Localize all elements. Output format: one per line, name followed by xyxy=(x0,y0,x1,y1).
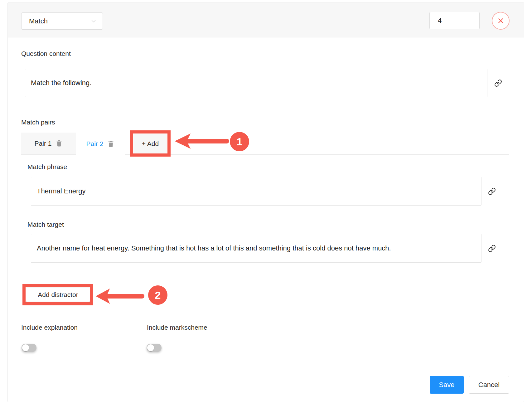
match-phrase-input[interactable]: Thermal Energy xyxy=(31,177,481,206)
cancel-button[interactable]: Cancel xyxy=(469,376,509,394)
include-explanation-label: Include explanation xyxy=(21,324,78,331)
match-phrase-value: Thermal Energy xyxy=(37,187,86,195)
close-icon xyxy=(496,17,505,25)
save-button[interactable]: Save xyxy=(430,376,464,394)
link-icon[interactable] xyxy=(488,244,496,252)
annotation-arrow-1 xyxy=(174,133,229,151)
include-explanation-toggle[interactable] xyxy=(22,344,36,352)
toggle-knob xyxy=(22,344,29,351)
include-markscheme-toggle[interactable] xyxy=(147,344,162,352)
question-content-input[interactable]: Match the following. xyxy=(25,69,487,97)
annotation-number-1: 1 xyxy=(230,132,249,151)
question-content-value: Match the following. xyxy=(31,79,91,87)
tab-pair-1[interactable]: Pair 1 xyxy=(21,133,76,154)
save-label: Save xyxy=(439,381,454,389)
trash-icon[interactable] xyxy=(108,140,114,148)
cancel-label: Cancel xyxy=(478,381,500,389)
link-icon[interactable] xyxy=(494,79,502,87)
marks-input[interactable]: 4 xyxy=(429,12,480,29)
match-phrase-label: Match phrase xyxy=(27,163,67,171)
question-content-label: Question content xyxy=(21,50,71,57)
close-question-button[interactable] xyxy=(492,12,510,30)
annotation-number-2: 2 xyxy=(148,285,167,305)
match-target-label: Match target xyxy=(27,221,64,228)
link-icon[interactable] xyxy=(488,187,496,195)
tab-pair-1-label: Pair 1 xyxy=(35,140,52,147)
chevron-down-icon xyxy=(90,18,97,25)
trash-icon[interactable] xyxy=(56,140,62,147)
match-target-value: Another name for heat energy. Something … xyxy=(37,244,391,252)
match-target-input[interactable]: Another name for heat energy. Something … xyxy=(31,234,481,263)
tab-pair-2-label: Pair 2 xyxy=(86,140,104,148)
tab-pair-2[interactable]: Pair 2 xyxy=(76,133,125,155)
annotation-box-add-pair xyxy=(130,130,171,157)
toggle-knob xyxy=(147,344,154,351)
match-pairs-label: Match pairs xyxy=(21,119,55,126)
annotation-box-add-distractor xyxy=(22,284,93,305)
question-editor: Match 4 Question content Match the follo… xyxy=(0,0,532,403)
annotation-arrow-2 xyxy=(95,288,144,306)
marks-value: 4 xyxy=(438,17,442,25)
annotation-number-text: 2 xyxy=(155,289,161,301)
question-type-value: Match xyxy=(29,17,90,25)
include-markscheme-label: Include markscheme xyxy=(147,324,207,331)
annotation-number-text: 1 xyxy=(237,136,243,148)
question-type-select[interactable]: Match xyxy=(21,12,103,30)
